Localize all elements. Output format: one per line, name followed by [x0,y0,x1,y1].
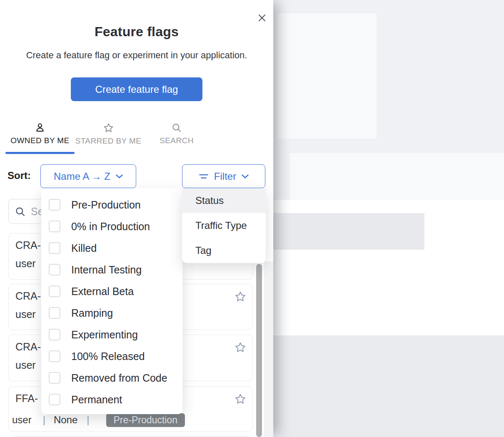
filter-option-traffic-type[interactable]: Traffic Type [182,213,266,238]
tab-search[interactable]: SEARCH [144,122,209,154]
person-icon [35,122,45,133]
status-option-permanent[interactable]: Permanent [41,389,182,410]
tab-owned-by-me[interactable]: OWNED BY ME [5,122,75,154]
checkbox-icon[interactable] [49,221,60,232]
status-options-dropdown: Pre-Production 0% in Production Killed I… [41,188,182,414]
active-tab-underline [5,152,75,154]
checkbox-icon[interactable] [49,394,60,405]
status-option-removed-from-code[interactable]: Removed from Code [41,367,182,389]
chevron-down-icon [242,174,249,179]
chevron-down-icon [116,174,123,179]
search-icon [171,122,182,133]
filter-menu-dropdown: Status Traffic Type Tag [182,188,266,263]
tab-label: OWNED BY ME [10,136,69,145]
flag-name: CRA- [15,239,41,251]
checkbox-icon[interactable] [49,199,60,211]
tab-label: STARRED BY ME [75,137,142,146]
scrollbar-thumb[interactable] [256,264,262,437]
page-subtitle: Create a feature flag or experiment in y… [0,50,273,61]
create-feature-flag-button[interactable]: Create feature flag [71,77,202,101]
background-skeleton-block [273,335,504,437]
status-option-killed[interactable]: Killed [41,237,182,259]
star-toggle[interactable] [234,341,247,354]
star-icon [103,122,114,134]
sort-dropdown-button[interactable]: Name A → Z [40,164,136,188]
flag-traffic-type: user [15,359,36,371]
feature-flags-panel: Feature flags Create a feature flag or e… [0,0,273,437]
checkbox-icon[interactable] [49,329,60,340]
star-icon [234,341,247,354]
star-toggle[interactable] [234,291,247,303]
filter-icon [199,173,209,180]
star-icon [234,393,247,405]
tab-label: SEARCH [160,136,194,145]
background-skeleton-block [277,13,377,139]
flag-name: CRA- [15,290,41,302]
flag-name: FFA- [15,392,38,405]
status-badge: Pre-Production [106,413,185,427]
filter-option-status[interactable]: Status [182,188,266,213]
background-skeleton-block [289,153,504,200]
separator: | [43,414,45,426]
close-button[interactable] [254,10,269,25]
checkbox-icon[interactable] [49,286,60,297]
flag-traffic-type: user [15,308,36,320]
status-option-100-released[interactable]: 100% Released [41,345,182,367]
filter-dropdown-button[interactable]: Filter [182,164,265,188]
filter-label: Filter [214,171,236,182]
status-option-ramping[interactable]: Ramping [41,302,182,324]
sort-label: Sort: [7,170,31,181]
page-title: Feature flags [0,24,273,40]
checkbox-icon[interactable] [49,350,60,362]
status-option-experimenting[interactable]: Experimenting [41,324,182,345]
checkbox-icon[interactable] [49,307,60,319]
close-icon [258,14,266,22]
sort-value: Name A → Z [54,171,110,182]
search-icon [15,206,26,217]
separator: | [87,414,89,426]
screen: Feature flags Create a feature flag or e… [0,0,504,437]
status-option-0-in-production[interactable]: 0% in Production [41,216,182,237]
filter-option-tag[interactable]: Tag [182,238,266,263]
status-option-pre-production[interactable]: Pre-Production [41,194,182,216]
checkbox-icon[interactable] [49,242,60,254]
checkbox-icon[interactable] [49,372,60,384]
star-icon [234,291,247,303]
scrollbar-track [264,261,273,437]
flag-traffic-type: user [15,258,36,270]
tab-starred-by-me[interactable]: STARRED BY ME [77,122,139,154]
flag-meta-row: user | None | Pre-Production [12,412,185,428]
background-skeleton-bar [273,213,424,250]
checkbox-icon[interactable] [49,264,60,276]
star-toggle[interactable] [234,393,247,405]
flag-traffic-type: user [12,414,32,426]
status-option-external-beta[interactable]: External Beta [41,281,182,302]
status-option-internal-testing[interactable]: Internal Testing [41,259,182,281]
flag-name: CRA- [15,341,41,353]
flag-tags: None [54,414,77,426]
